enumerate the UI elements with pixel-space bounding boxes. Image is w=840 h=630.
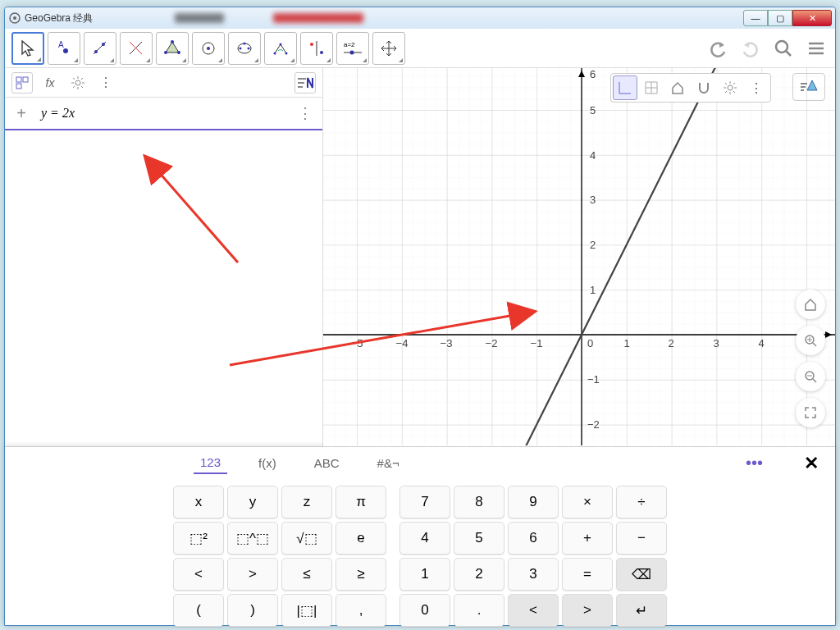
kb-tab-123[interactable]: 123 [194, 452, 227, 474]
key-1[interactable]: 1 [399, 558, 450, 591]
svg-point-17 [248, 47, 250, 49]
search-button[interactable] [771, 36, 796, 61]
key-div[interactable]: ÷ [616, 486, 667, 518]
zoom-in-button[interactable] [796, 326, 825, 355]
svg-text:2: 2 [668, 337, 673, 349]
formula-input-row[interactable]: + y = 2x ⋮ [5, 98, 322, 130]
home-button[interactable] [665, 75, 690, 100]
key-2[interactable]: 2 [454, 558, 504, 591]
menu-button[interactable] [804, 36, 829, 61]
polygon-tool[interactable] [156, 32, 189, 65]
style-bar-button[interactable] [792, 73, 825, 101]
key-3[interactable]: 3 [508, 558, 559, 591]
virtual-keyboard: 123 f(x) ABC #&¬ ••• ✕ x y z π ⬚² ⬚^⬚ √⬚… [5, 446, 835, 625]
kb-tab-abc[interactable]: ABC [308, 453, 346, 473]
key-gt[interactable]: > [227, 558, 278, 591]
key-lparen[interactable]: ( [173, 594, 224, 627]
key-5[interactable]: 5 [454, 522, 504, 555]
kb-close-button[interactable]: ✕ [804, 453, 819, 474]
snap-button[interactable] [692, 75, 716, 100]
kb-tab-sym[interactable]: #&¬ [371, 453, 406, 473]
svg-point-20 [280, 43, 282, 45]
svg-point-21 [285, 52, 288, 54]
formula-input[interactable]: y = 2x [31, 103, 294, 124]
zoom-out-button[interactable] [796, 362, 825, 391]
add-input-button[interactable]: + [11, 104, 31, 123]
close-button[interactable]: ✕ [792, 10, 832, 26]
graphics-view[interactable]: −1 −2 −3 −4 −5 1 2 3 4 5 0 1 2 3 4 5 6 −… [323, 68, 835, 446]
key-9[interactable]: 9 [508, 486, 559, 518]
key-z[interactable]: z [281, 486, 332, 518]
angle-tool[interactable] [264, 32, 297, 65]
redo-button[interactable] [738, 36, 763, 61]
algebra-view-button[interactable] [11, 72, 33, 94]
settings-button[interactable] [67, 72, 89, 94]
key-x[interactable]: x [173, 486, 224, 518]
svg-rect-33 [16, 77, 21, 82]
key-le[interactable]: ≤ [281, 558, 332, 591]
slider-tool[interactable]: a=2 [336, 32, 369, 65]
key-8[interactable]: 8 [454, 486, 504, 518]
key-minus[interactable]: − [616, 522, 667, 555]
svg-text:A: A [58, 40, 64, 49]
key-abs[interactable]: |⬚| [281, 594, 332, 627]
key-left[interactable]: < [508, 594, 559, 627]
perpendicular-tool[interactable] [120, 32, 153, 65]
key-right[interactable]: > [562, 594, 613, 627]
key-sqrt[interactable]: √⬚ [281, 522, 332, 555]
key-square[interactable]: ⬚² [173, 522, 224, 555]
key-6[interactable]: 6 [508, 522, 559, 555]
kb-tab-fx[interactable]: f(x) [252, 453, 283, 473]
reset-view-button[interactable] [796, 290, 825, 319]
graph-canvas[interactable]: −1 −2 −3 −4 −5 1 2 3 4 5 0 1 2 3 4 5 6 −… [323, 68, 835, 445]
key-dot[interactable]: . [454, 594, 504, 627]
graphics-more-button[interactable]: ⋮ [744, 75, 769, 100]
more-button[interactable]: ⋮ [95, 72, 116, 94]
grid-button[interactable] [639, 75, 664, 100]
graphics-settings-button[interactable] [718, 75, 742, 100]
svg-point-16 [240, 47, 242, 49]
key-plus[interactable]: + [562, 522, 613, 555]
formula-options[interactable]: ⋮ [294, 104, 316, 122]
key-7[interactable]: 7 [399, 486, 450, 518]
key-4[interactable]: 4 [399, 522, 450, 555]
key-mul[interactable]: × [562, 486, 613, 518]
titlebar[interactable]: GeoGebra 经典 — ▢ ✕ [5, 7, 835, 29]
line-tool[interactable] [84, 32, 116, 65]
svg-point-14 [207, 47, 210, 50]
axes-button[interactable] [613, 75, 637, 100]
kb-more-button[interactable]: ••• [746, 454, 763, 472]
point-tool[interactable]: A [48, 32, 80, 65]
maximize-button[interactable]: ▢ [768, 10, 792, 26]
key-lt[interactable]: < [173, 558, 224, 591]
undo-button[interactable] [705, 36, 730, 61]
sort-button[interactable] [294, 72, 316, 94]
key-e[interactable]: e [336, 522, 386, 555]
move-view-tool[interactable] [372, 32, 405, 65]
key-y[interactable]: y [227, 486, 278, 518]
fx-button[interactable]: fx [39, 72, 61, 94]
svg-point-12 [164, 51, 167, 54]
svg-text:5: 5 [590, 104, 596, 116]
svg-point-27 [350, 50, 354, 54]
keyboard-tabs: 123 f(x) ABC #&¬ ••• ✕ [5, 447, 835, 479]
svg-line-29 [786, 51, 791, 56]
key-eq[interactable]: = [562, 558, 613, 591]
circle-tool[interactable] [192, 32, 225, 65]
key-0[interactable]: 0 [399, 594, 450, 627]
key-rparen[interactable]: ) [227, 594, 278, 627]
key-ge[interactable]: ≥ [336, 558, 386, 591]
key-backspace[interactable]: ⌫ [616, 558, 667, 591]
key-enter[interactable]: ↵ [616, 594, 667, 627]
gear-icon [71, 75, 85, 90]
minimize-button[interactable]: — [743, 10, 768, 26]
magnet-icon [696, 80, 711, 95]
move-tool[interactable] [11, 32, 44, 65]
key-comma[interactable]: , [336, 594, 386, 627]
key-pi[interactable]: π [336, 486, 386, 518]
fullscreen-button[interactable] [796, 398, 825, 427]
reflect-tool[interactable] [300, 32, 333, 65]
ellipse-tool[interactable] [228, 32, 261, 65]
key-power[interactable]: ⬚^⬚ [227, 522, 278, 555]
svg-point-6 [102, 43, 105, 46]
